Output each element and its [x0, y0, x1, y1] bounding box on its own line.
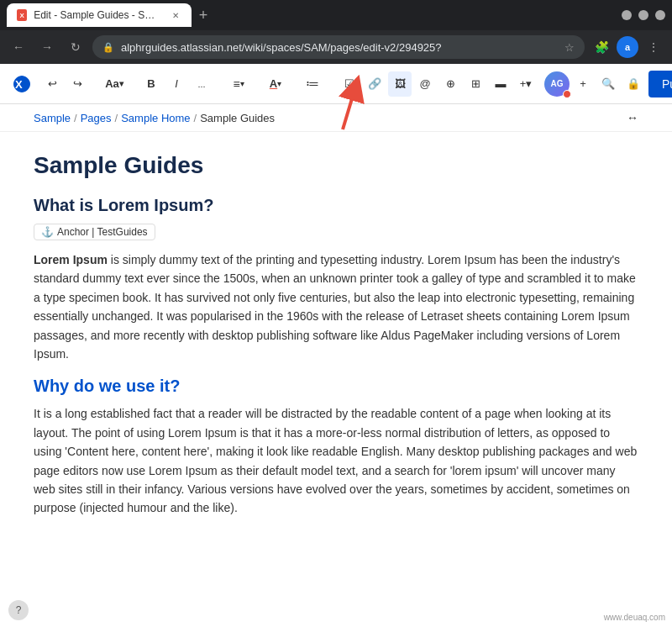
breadcrumb-pages[interactable]: Pages: [81, 112, 112, 124]
breadcrumb-sep-3: /: [194, 112, 197, 124]
section-2-heading: Why do we use it?: [34, 377, 638, 396]
active-tab[interactable]: X Edit - Sample Guides - Sample ... ✕: [7, 3, 192, 27]
confluence-toolbar: X ↩ ↪ Aa ▾ B I ... ≡▾ A▾ ≔ ☑ 🔗 🖼 @ ⊕ ⊞: [0, 64, 672, 104]
section-1-heading: What is Lorem Ipsum?: [34, 196, 638, 215]
more-text-button[interactable]: ...: [190, 71, 213, 97]
window-controls: ▭ ✕: [622, 10, 665, 20]
insert-group: ☑ 🔗 🖼 @ ⊕ ⊞ ▬ +▾: [338, 71, 538, 97]
redo-button[interactable]: ↪: [66, 71, 89, 97]
nav-actions: 🧩 a ⋮: [590, 35, 665, 59]
browser-nav: ← → ↻ 🔒 alphrguides.atlassian.net/wiki/s…: [0, 30, 672, 64]
lorem-ipsum-bold: Lorem Ipsum: [34, 253, 108, 266]
text-color-button[interactable]: A▾: [264, 71, 287, 97]
profile-button[interactable]: a: [617, 36, 638, 58]
user-avatar[interactable]: AG: [544, 71, 570, 97]
task-button[interactable]: ☑: [338, 71, 361, 97]
section-2-body: It is a long established fact that a rea…: [34, 404, 638, 517]
url-text: alphrguides.atlassian.net/wiki/spaces/SA…: [121, 41, 558, 54]
main-content: Sample Guides What is Lorem Ipsum? ⚓ Anc…: [0, 132, 672, 623]
expand-width-icon[interactable]: ↔: [627, 111, 638, 124]
table-button[interactable]: ⊞: [464, 71, 487, 97]
invite-plus-button[interactable]: +: [571, 71, 595, 97]
bold-button[interactable]: B: [139, 71, 163, 97]
breadcrumb-bar: Sample / Pages / Sample Home / Sample Gu…: [0, 104, 672, 132]
search-button[interactable]: 🔍: [596, 71, 620, 97]
svg-text:X: X: [15, 78, 23, 91]
back-button[interactable]: ←: [7, 35, 30, 59]
minimize-button[interactable]: [622, 10, 632, 20]
macro-button[interactable]: ⊕: [438, 71, 462, 97]
extensions-button[interactable]: 🧩: [590, 35, 613, 59]
anchor-icon: ⚓: [41, 226, 54, 238]
watermark: www.deuaq.com: [604, 613, 665, 622]
lists-button[interactable]: ≔: [301, 71, 324, 97]
avatar-notification: [563, 90, 571, 98]
tab-favicon: X: [17, 9, 27, 21]
text-style-button[interactable]: Aa ▾: [102, 71, 126, 97]
tab-close-button[interactable]: ✕: [170, 8, 181, 22]
breadcrumb-current: Sample Guides: [200, 112, 275, 124]
close-window-button[interactable]: ✕: [655, 10, 665, 20]
italic-button[interactable]: I: [165, 71, 188, 97]
new-tab-button[interactable]: +: [192, 3, 215, 27]
reload-button[interactable]: ↻: [64, 35, 87, 59]
forward-button[interactable]: →: [35, 35, 59, 59]
breadcrumb-sample[interactable]: Sample: [34, 112, 71, 124]
align-button[interactable]: ≡▾: [227, 71, 250, 97]
media-button[interactable]: ▬: [489, 71, 512, 97]
browser-titlebar: X Edit - Sample Guides - Sample ... ✕ + …: [0, 0, 672, 30]
bookmark-icon[interactable]: ☆: [564, 41, 575, 54]
tab-title: Edit - Sample Guides - Sample ...: [34, 9, 160, 21]
image-button[interactable]: 🖼: [388, 71, 412, 97]
anchor-tag[interactable]: ⚓ Anchor | TestGuides: [34, 224, 155, 240]
restrict-button[interactable]: 🔒: [622, 71, 645, 97]
tab-bar: X Edit - Sample Guides - Sample ... ✕ +: [7, 3, 617, 27]
address-bar[interactable]: 🔒 alphrguides.atlassian.net/wiki/spaces/…: [92, 35, 585, 59]
menu-button[interactable]: ⋮: [642, 35, 665, 59]
breadcrumb: Sample / Pages / Sample Home / Sample Gu…: [34, 112, 275, 124]
link-button[interactable]: 🔗: [363, 71, 386, 97]
undo-button[interactable]: ↩: [40, 71, 64, 97]
lock-icon: 🔒: [102, 42, 114, 53]
breadcrumb-sep-1: /: [74, 112, 77, 124]
help-button[interactable]: ?: [8, 600, 29, 620]
text-format-group: B I ...: [139, 71, 213, 97]
more-plus-button[interactable]: +▾: [514, 71, 538, 97]
mention-button[interactable]: @: [413, 71, 437, 97]
right-tools-group: AG + 🔍 🔒: [544, 71, 645, 97]
breadcrumb-sep-2: /: [115, 112, 118, 124]
section-1-body: Lorem Ipsum is simply dummy text of the …: [34, 250, 638, 363]
anchor-label: Anchor | TestGuides: [57, 226, 148, 238]
confluence-logo[interactable]: X: [10, 72, 34, 96]
undo-redo-group: ↩ ↪: [40, 71, 89, 97]
page-title: Sample Guides: [34, 152, 638, 179]
maximize-button[interactable]: ▭: [638, 10, 648, 20]
breadcrumb-sample-home[interactable]: Sample Home: [121, 112, 190, 124]
publish-button[interactable]: Publish: [648, 71, 672, 97]
